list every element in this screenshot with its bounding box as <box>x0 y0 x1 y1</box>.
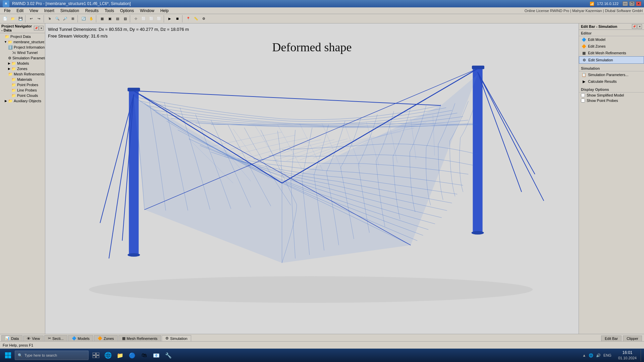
tb-select[interactable]: 🖱 <box>46 15 53 22</box>
taskbar-explorer[interactable]: 📁 <box>114 349 126 361</box>
tb-zoom-out[interactable]: 🔎 <box>61 15 69 22</box>
tb-zoom-all[interactable]: ⊞ <box>69 15 76 22</box>
tb-undo[interactable]: ↩ <box>28 15 35 22</box>
tb-save[interactable]: 💾 <box>17 15 24 22</box>
menu-results[interactable]: Results <box>83 8 101 14</box>
tb-sep-1 <box>25 15 26 22</box>
tree-membrane[interactable]: ▼ 📁 membrane_structure1 <box>0 39 45 45</box>
tree-mesh[interactable]: 📁 Mesh Refinements <box>0 71 45 77</box>
panel-header: Project Navigator - Data 📌 ✕ <box>0 23 45 33</box>
edit-model-button[interactable]: 🔷 Edit Model <box>579 36 644 43</box>
tab-section[interactable]: ✂ Secti... <box>44 335 67 341</box>
tb-render-4[interactable]: ▧ <box>121 15 129 22</box>
tab-zones[interactable]: 🔶 Zones <box>94 335 118 341</box>
taskbar-app1[interactable]: 🔧 <box>162 349 174 361</box>
show-simplified-model-checkbox[interactable] <box>581 93 585 97</box>
tb-front[interactable]: ⬜ <box>140 15 147 22</box>
simulation-params-button[interactable]: 📋 Simulation Parameters... <box>579 71 644 78</box>
tree-line-probes[interactable]: 📁 Line Probes <box>0 87 45 93</box>
tb-measure[interactable]: 📏 <box>192 15 200 22</box>
taskbar-store[interactable]: 🛍 <box>138 349 150 361</box>
taskbar-taskview[interactable] <box>90 349 102 361</box>
show-simplified-model-row[interactable]: Show Simplified Model <box>579 93 644 98</box>
tb-settings[interactable]: ⚙ <box>200 15 207 22</box>
close-button[interactable]: ✕ <box>636 1 641 6</box>
show-desktop-button[interactable] <box>641 349 643 361</box>
tb-render-1[interactable]: ▦ <box>98 15 106 22</box>
tree-materials[interactable]: 📁 Materials <box>0 77 45 82</box>
menu-options[interactable]: Options <box>117 8 137 14</box>
tb-new[interactable]: 📄 <box>1 15 9 22</box>
taskbar-edge[interactable]: 🌐 <box>102 349 114 361</box>
tb-side[interactable]: ⬜ <box>155 15 163 22</box>
tb-sim-start[interactable]: ▶ <box>166 15 173 22</box>
menu-simulation[interactable]: Simulation <box>58 8 82 14</box>
tb-redo[interactable]: ↪ <box>35 15 43 22</box>
taskbar-chrome[interactable]: 🔵 <box>126 349 138 361</box>
viewport[interactable]: Wind Tunnel Dimensions: Dx = 80.553 m, D… <box>45 23 579 334</box>
tree-models[interactable]: ▶ 📁 Models <box>0 61 45 66</box>
tab-simulation[interactable]: ⚙ Simulation <box>162 335 191 341</box>
toggle-project-data <box>1 35 4 38</box>
restore-button[interactable]: ❐ <box>629 1 635 6</box>
tree-wind-tunnel[interactable]: 🌬 Wind Tunnel <box>0 50 45 55</box>
tab-view[interactable]: 👁 View <box>23 336 44 341</box>
tb-render-3[interactable]: ▤ <box>114 15 121 22</box>
tray-arrow[interactable]: ▲ <box>582 353 586 357</box>
window-controls: — ❐ ✕ <box>623 1 641 6</box>
tb-zoom-in[interactable]: 🔍 <box>54 15 61 22</box>
show-point-probes-row[interactable]: Show Point Probes <box>579 98 644 103</box>
edit-simulation-button[interactable]: ⚙ Edit Simulation <box>579 56 644 64</box>
tb-sim-stop[interactable]: ⏹ <box>174 15 181 22</box>
menu-help[interactable]: Help <box>158 8 171 14</box>
tb-pan[interactable]: ✋ <box>88 15 95 22</box>
menu-tools[interactable]: Tools <box>102 8 117 14</box>
menu-file[interactable]: File <box>1 8 13 14</box>
network-info: 📶 172.16.0.122 <box>590 2 619 6</box>
taskbar-mail[interactable]: 📧 <box>150 349 162 361</box>
tree-zones[interactable]: ▶ 📁 Zones <box>0 66 45 71</box>
tb-probes[interactable]: 📍 <box>184 15 192 22</box>
menu-insert[interactable]: Insert <box>42 8 57 14</box>
svg-point-4 <box>472 231 484 235</box>
right-panel-pin[interactable]: 📌 <box>632 24 637 29</box>
tb-top[interactable]: ⬜ <box>148 15 155 22</box>
folder-icon-point-clouds: 📁 <box>11 93 16 98</box>
panel-unpin[interactable]: 📌 <box>34 26 39 31</box>
edit-zones-button[interactable]: 🔶 Edit Zones <box>579 43 644 50</box>
menu-edit[interactable]: Edit <box>14 8 26 14</box>
tab-clipper[interactable]: Clipper <box>623 336 642 341</box>
taskbar-search[interactable]: 🔍 Type here to search <box>15 351 89 360</box>
tb-open[interactable]: 📁 <box>9 15 16 22</box>
start-button[interactable] <box>1 349 15 362</box>
panel-close[interactable]: ✕ <box>39 26 44 31</box>
clock-date: 01.10.2024 <box>618 356 637 360</box>
tb-render-2[interactable]: ▣ <box>106 15 113 22</box>
tree-auxiliary[interactable]: ▶ 📁 Auxiliary Objects <box>0 98 45 104</box>
tree-point-probes[interactable]: 📁 Point Probes <box>0 82 45 87</box>
search-placeholder: Type here to search <box>24 353 57 357</box>
calculate-results-button[interactable]: ▶ Calculate Results <box>579 78 644 85</box>
tree-project-info[interactable]: ℹ️ Project Information <box>0 45 45 50</box>
tab-models[interactable]: 🔷 Models <box>68 335 93 341</box>
tray-network-icon: 🌐 <box>589 353 593 358</box>
tree-label-project-data: Project Data <box>10 35 31 39</box>
tree-project-data[interactable]: 📁 Project Data <box>0 34 45 39</box>
show-point-probes-checkbox[interactable] <box>581 99 585 103</box>
tb-rotate[interactable]: 🔄 <box>80 15 87 22</box>
tree-point-clouds[interactable]: 📁 Point Clouds <box>0 93 45 98</box>
clock[interactable]: 16:01 01.10.2024 <box>615 350 639 360</box>
tab-mesh-refinements[interactable]: ▦ Mesh Refinements <box>118 335 161 341</box>
right-panel-close[interactable]: ✕ <box>637 24 642 29</box>
tab-edit-bar[interactable]: Edit Bar <box>601 336 622 341</box>
tree-label-mesh: Mesh Refinements <box>14 72 45 76</box>
minimize-button[interactable]: — <box>623 1 628 6</box>
tree-sim-params[interactable]: ⚙ Simulation Parameters <box>0 55 45 61</box>
tb-isometric[interactable]: ⊹ <box>132 15 140 22</box>
tab-data[interactable]: 📊 Data <box>1 335 22 341</box>
tray-volume-icon[interactable]: 🔊 <box>596 353 601 358</box>
menu-view[interactable]: View <box>27 8 41 14</box>
menu-window[interactable]: Window <box>137 8 157 14</box>
right-panel: Edit Bar - Simulation 📌 ✕ Editor 🔷 Edit … <box>579 23 644 334</box>
edit-mesh-button[interactable]: ▦ Edit Mesh Refinements <box>579 50 644 56</box>
